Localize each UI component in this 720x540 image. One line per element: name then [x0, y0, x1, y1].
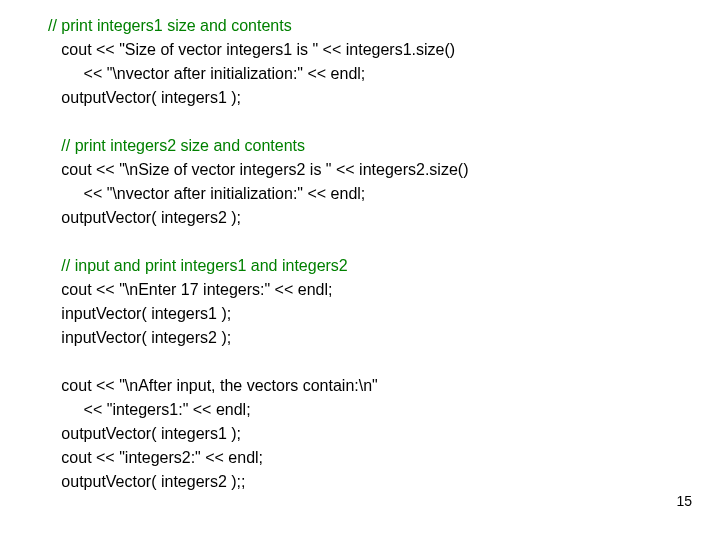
code-line: << "\nvector after initialization:" << e…: [48, 185, 365, 202]
code-line: inputVector( integers2 );: [48, 329, 231, 346]
code-line: << "integers1:" << endl;: [48, 401, 251, 418]
code-comment: // print integers1 size and contents: [48, 17, 292, 34]
code-line: outputVector( integers2 );;: [48, 473, 245, 490]
code-comment: // print integers2 size and contents: [48, 137, 305, 154]
code-line: cout << "\nSize of vector integers2 is "…: [48, 161, 468, 178]
code-line: cout << "integers2:" << endl;: [48, 449, 263, 466]
code-line: cout << "\nEnter 17 integers:" << endl;: [48, 281, 332, 298]
code-line: outputVector( integers2 );: [48, 209, 241, 226]
code-line: inputVector( integers1 );: [48, 305, 231, 322]
code-line: outputVector( integers1 );: [48, 425, 241, 442]
code-block: // print integers1 size and contents cou…: [48, 14, 468, 494]
code-comment: // input and print integers1 and integer…: [48, 257, 348, 274]
page-number: 15: [676, 491, 692, 512]
code-line: outputVector( integers1 );: [48, 89, 241, 106]
code-line: cout << "Size of vector integers1 is " <…: [48, 41, 455, 58]
code-line: << "\nvector after initialization:" << e…: [48, 65, 365, 82]
code-line: cout << "\nAfter input, the vectors cont…: [48, 377, 378, 394]
